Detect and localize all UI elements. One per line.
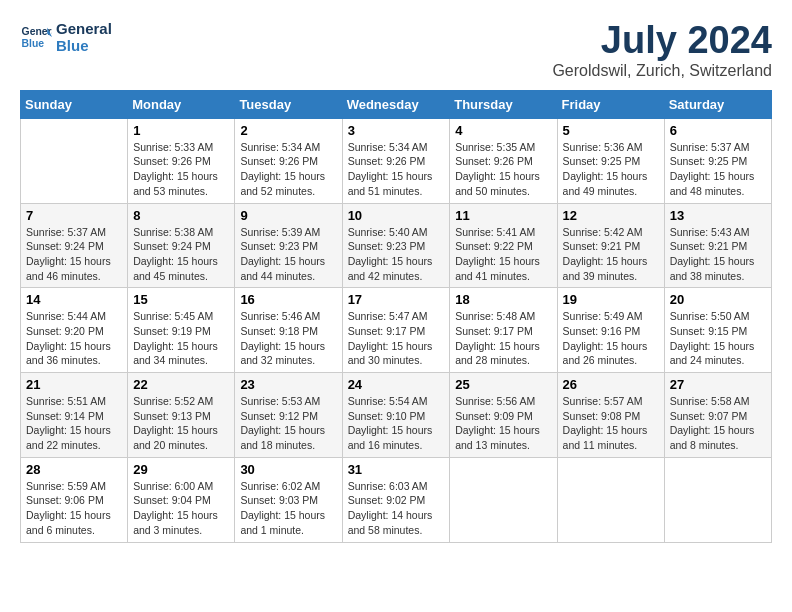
header-day-friday: Friday	[557, 90, 664, 118]
day-number: 22	[133, 377, 229, 392]
calendar-cell: 10Sunrise: 5:40 AMSunset: 9:23 PMDayligh…	[342, 203, 450, 288]
day-info: Sunrise: 5:59 AMSunset: 9:06 PMDaylight:…	[26, 479, 122, 538]
calendar-cell	[450, 457, 557, 542]
calendar-cell: 24Sunrise: 5:54 AMSunset: 9:10 PMDayligh…	[342, 373, 450, 458]
day-number: 21	[26, 377, 122, 392]
day-number: 18	[455, 292, 551, 307]
day-info: Sunrise: 5:34 AMSunset: 9:26 PMDaylight:…	[348, 140, 445, 199]
day-number: 1	[133, 123, 229, 138]
day-number: 7	[26, 208, 122, 223]
calendar-cell: 31Sunrise: 6:03 AMSunset: 9:02 PMDayligh…	[342, 457, 450, 542]
day-number: 28	[26, 462, 122, 477]
day-number: 12	[563, 208, 659, 223]
calendar-cell	[21, 118, 128, 203]
day-number: 25	[455, 377, 551, 392]
day-number: 29	[133, 462, 229, 477]
header-day-monday: Monday	[128, 90, 235, 118]
day-number: 23	[240, 377, 336, 392]
day-info: Sunrise: 5:43 AMSunset: 9:21 PMDaylight:…	[670, 225, 766, 284]
day-number: 6	[670, 123, 766, 138]
calendar-cell: 23Sunrise: 5:53 AMSunset: 9:12 PMDayligh…	[235, 373, 342, 458]
calendar-cell: 4Sunrise: 5:35 AMSunset: 9:26 PMDaylight…	[450, 118, 557, 203]
day-number: 24	[348, 377, 445, 392]
calendar-header: SundayMondayTuesdayWednesdayThursdayFrid…	[21, 90, 772, 118]
day-number: 19	[563, 292, 659, 307]
calendar-week-2: 7Sunrise: 5:37 AMSunset: 9:24 PMDaylight…	[21, 203, 772, 288]
day-number: 15	[133, 292, 229, 307]
day-info: Sunrise: 5:41 AMSunset: 9:22 PMDaylight:…	[455, 225, 551, 284]
day-info: Sunrise: 6:03 AMSunset: 9:02 PMDaylight:…	[348, 479, 445, 538]
calendar-week-3: 14Sunrise: 5:44 AMSunset: 9:20 PMDayligh…	[21, 288, 772, 373]
day-number: 11	[455, 208, 551, 223]
calendar-cell: 7Sunrise: 5:37 AMSunset: 9:24 PMDaylight…	[21, 203, 128, 288]
calendar-cell: 18Sunrise: 5:48 AMSunset: 9:17 PMDayligh…	[450, 288, 557, 373]
day-number: 27	[670, 377, 766, 392]
header-day-saturday: Saturday	[664, 90, 771, 118]
calendar-cell: 30Sunrise: 6:02 AMSunset: 9:03 PMDayligh…	[235, 457, 342, 542]
calendar-cell: 6Sunrise: 5:37 AMSunset: 9:25 PMDaylight…	[664, 118, 771, 203]
day-number: 16	[240, 292, 336, 307]
day-number: 13	[670, 208, 766, 223]
day-info: Sunrise: 5:47 AMSunset: 9:17 PMDaylight:…	[348, 309, 445, 368]
day-number: 10	[348, 208, 445, 223]
day-info: Sunrise: 5:50 AMSunset: 9:15 PMDaylight:…	[670, 309, 766, 368]
day-info: Sunrise: 5:36 AMSunset: 9:25 PMDaylight:…	[563, 140, 659, 199]
logo: General Blue General Blue	[20, 20, 112, 54]
header: General Blue General Blue July 2024 Gero…	[20, 20, 772, 80]
day-info: Sunrise: 5:48 AMSunset: 9:17 PMDaylight:…	[455, 309, 551, 368]
day-info: Sunrise: 5:38 AMSunset: 9:24 PMDaylight:…	[133, 225, 229, 284]
calendar-cell: 27Sunrise: 5:58 AMSunset: 9:07 PMDayligh…	[664, 373, 771, 458]
day-info: Sunrise: 5:54 AMSunset: 9:10 PMDaylight:…	[348, 394, 445, 453]
day-info: Sunrise: 5:37 AMSunset: 9:25 PMDaylight:…	[670, 140, 766, 199]
day-number: 8	[133, 208, 229, 223]
main-title: July 2024	[552, 20, 772, 62]
day-info: Sunrise: 5:40 AMSunset: 9:23 PMDaylight:…	[348, 225, 445, 284]
day-number: 30	[240, 462, 336, 477]
header-day-wednesday: Wednesday	[342, 90, 450, 118]
header-day-sunday: Sunday	[21, 90, 128, 118]
calendar-cell: 17Sunrise: 5:47 AMSunset: 9:17 PMDayligh…	[342, 288, 450, 373]
day-number: 14	[26, 292, 122, 307]
day-info: Sunrise: 5:34 AMSunset: 9:26 PMDaylight:…	[240, 140, 336, 199]
calendar-cell: 15Sunrise: 5:45 AMSunset: 9:19 PMDayligh…	[128, 288, 235, 373]
calendar-cell: 22Sunrise: 5:52 AMSunset: 9:13 PMDayligh…	[128, 373, 235, 458]
day-number: 9	[240, 208, 336, 223]
calendar-cell: 2Sunrise: 5:34 AMSunset: 9:26 PMDaylight…	[235, 118, 342, 203]
day-number: 5	[563, 123, 659, 138]
calendar-cell	[664, 457, 771, 542]
day-info: Sunrise: 5:57 AMSunset: 9:08 PMDaylight:…	[563, 394, 659, 453]
day-number: 4	[455, 123, 551, 138]
subtitle: Geroldswil, Zurich, Switzerland	[552, 62, 772, 80]
day-info: Sunrise: 5:56 AMSunset: 9:09 PMDaylight:…	[455, 394, 551, 453]
calendar-cell: 12Sunrise: 5:42 AMSunset: 9:21 PMDayligh…	[557, 203, 664, 288]
day-info: Sunrise: 5:58 AMSunset: 9:07 PMDaylight:…	[670, 394, 766, 453]
title-area: July 2024 Geroldswil, Zurich, Switzerlan…	[552, 20, 772, 80]
day-info: Sunrise: 5:45 AMSunset: 9:19 PMDaylight:…	[133, 309, 229, 368]
day-number: 20	[670, 292, 766, 307]
day-number: 26	[563, 377, 659, 392]
day-number: 17	[348, 292, 445, 307]
calendar-cell: 26Sunrise: 5:57 AMSunset: 9:08 PMDayligh…	[557, 373, 664, 458]
day-info: Sunrise: 5:49 AMSunset: 9:16 PMDaylight:…	[563, 309, 659, 368]
logo-general: General	[56, 20, 112, 37]
svg-text:Blue: Blue	[22, 38, 45, 49]
day-info: Sunrise: 5:51 AMSunset: 9:14 PMDaylight:…	[26, 394, 122, 453]
day-info: Sunrise: 5:39 AMSunset: 9:23 PMDaylight:…	[240, 225, 336, 284]
day-info: Sunrise: 6:02 AMSunset: 9:03 PMDaylight:…	[240, 479, 336, 538]
calendar-cell: 16Sunrise: 5:46 AMSunset: 9:18 PMDayligh…	[235, 288, 342, 373]
calendar-cell: 21Sunrise: 5:51 AMSunset: 9:14 PMDayligh…	[21, 373, 128, 458]
calendar-cell: 1Sunrise: 5:33 AMSunset: 9:26 PMDaylight…	[128, 118, 235, 203]
logo-blue: Blue	[56, 37, 112, 54]
day-number: 2	[240, 123, 336, 138]
calendar-week-4: 21Sunrise: 5:51 AMSunset: 9:14 PMDayligh…	[21, 373, 772, 458]
calendar-cell: 25Sunrise: 5:56 AMSunset: 9:09 PMDayligh…	[450, 373, 557, 458]
calendar-cell: 13Sunrise: 5:43 AMSunset: 9:21 PMDayligh…	[664, 203, 771, 288]
day-info: Sunrise: 5:44 AMSunset: 9:20 PMDaylight:…	[26, 309, 122, 368]
day-info: Sunrise: 5:46 AMSunset: 9:18 PMDaylight:…	[240, 309, 336, 368]
calendar-cell: 20Sunrise: 5:50 AMSunset: 9:15 PMDayligh…	[664, 288, 771, 373]
calendar-cell: 28Sunrise: 5:59 AMSunset: 9:06 PMDayligh…	[21, 457, 128, 542]
header-row: SundayMondayTuesdayWednesdayThursdayFrid…	[21, 90, 772, 118]
calendar-cell: 8Sunrise: 5:38 AMSunset: 9:24 PMDaylight…	[128, 203, 235, 288]
calendar-cell: 3Sunrise: 5:34 AMSunset: 9:26 PMDaylight…	[342, 118, 450, 203]
day-info: Sunrise: 5:33 AMSunset: 9:26 PMDaylight:…	[133, 140, 229, 199]
